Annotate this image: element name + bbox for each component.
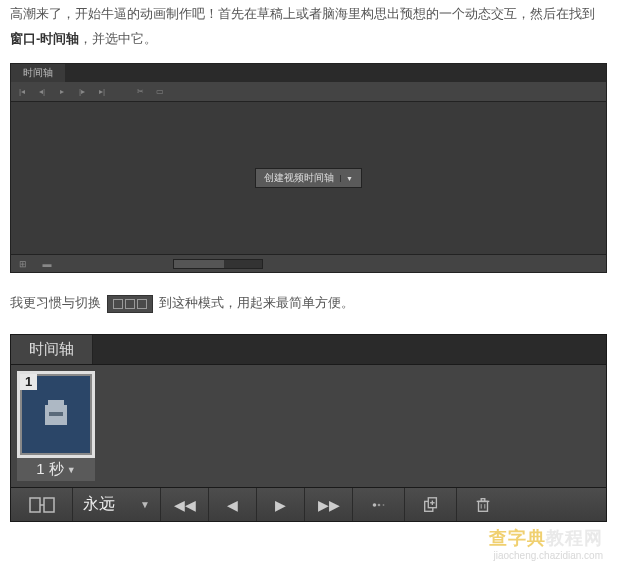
zoom-scrollbar[interactable] <box>173 259 263 269</box>
tween-button[interactable] <box>353 488 405 521</box>
frame-thumbnail[interactable]: 1 <box>17 371 95 458</box>
mid-paragraph: 我更习惯与切换 到这种模式，用起来最简单方便。 <box>10 291 607 316</box>
prev-frame-button[interactable]: ◀ <box>209 488 257 521</box>
svg-rect-12 <box>481 498 485 501</box>
timeline-panel-small: 时间轴 |◂ ◂| ▸ |▸ ▸| ✂ ▭ 创建视频时间轴 ▼ ⊞ ▬ <box>10 63 607 273</box>
mid-part2: 到这种模式，用起来最简单方便。 <box>159 291 354 316</box>
frame-number-badge: 1 <box>20 374 37 390</box>
timeline-panel-large: 时间轴 1 1 秒▼ 永远 ▼ <box>10 334 607 522</box>
prev-frame-icon[interactable]: ◂| <box>35 86 49 98</box>
svg-point-5 <box>382 504 384 506</box>
delete-frame-button[interactable] <box>457 488 509 521</box>
svg-point-4 <box>377 503 380 506</box>
duplicate-frame-button[interactable] <box>405 488 457 521</box>
frame-mode-icon <box>107 295 153 313</box>
controls-bar: 永远 ▼ ◀◀ ◀ ▶ ▶▶ <box>11 487 606 521</box>
small-footer: ⊞ ▬ <box>11 254 606 272</box>
frame-1[interactable]: 1 1 秒▼ <box>17 371 95 481</box>
transition-icon[interactable]: ▭ <box>153 86 167 98</box>
large-timeline-tab[interactable]: 时间轴 <box>11 335 93 364</box>
frames-row: 1 1 秒▼ <box>11 365 606 487</box>
small-toolbar: |◂ ◂| ▸ |▸ ▸| ✂ ▭ <box>11 82 606 102</box>
intro-part2: ，并选中它。 <box>79 31 157 46</box>
create-video-timeline-button[interactable]: 创建视频时间轴 ▼ <box>255 168 362 188</box>
zoom-out-icon[interactable]: ▬ <box>39 258 55 270</box>
intro-part1: 高潮来了，开始牛逼的动画制作吧！首先在草稿上或者脑海里构思出预想的一个动态交互，… <box>10 6 595 21</box>
loop-label: 永远 <box>83 494 115 515</box>
frame-duration-label: 1 秒 <box>36 460 64 479</box>
mode-sq2 <box>125 299 135 309</box>
small-panel-body: 创建视频时间轴 ▼ <box>11 102 606 254</box>
small-tab-bar: 时间轴 <box>11 64 606 82</box>
mode-sq3 <box>137 299 147 309</box>
watermark: 查字典教程网 jiaocheng.chazidian.com <box>489 526 603 561</box>
mode-toggle-icon[interactable]: ⊞ <box>15 258 31 270</box>
intro-bold: 窗口-时间轴 <box>10 31 79 46</box>
intro-paragraph: 高潮来了，开始牛逼的动画制作吧！首先在草稿上或者脑海里构思出预想的一个动态交互，… <box>10 2 607 51</box>
watermark-brand-rest: 教程网 <box>546 528 603 548</box>
mid-part1: 我更习惯与切换 <box>10 291 101 316</box>
svg-rect-1 <box>44 498 54 512</box>
loop-dropdown-icon: ▼ <box>140 499 150 510</box>
large-tab-bar: 时间轴 <box>11 335 606 365</box>
small-timeline-tab[interactable]: 时间轴 <box>11 64 65 82</box>
svg-rect-10 <box>479 501 488 511</box>
play-icon[interactable]: ▸ <box>55 86 69 98</box>
next-frame-button[interactable]: ▶▶ <box>305 488 353 521</box>
next-frame-icon[interactable]: |▸ <box>75 86 89 98</box>
frame-content-icon <box>45 405 67 425</box>
watermark-brand: 查字典教程网 <box>489 526 603 550</box>
zoom-thumb[interactable] <box>174 260 224 268</box>
first-frame-button[interactable]: ◀◀ <box>161 488 209 521</box>
play-button[interactable]: ▶ <box>257 488 305 521</box>
svg-rect-0 <box>30 498 40 512</box>
watermark-url: jiaocheng.chazidian.com <box>489 550 603 561</box>
first-frame-icon[interactable]: |◂ <box>15 86 29 98</box>
frame-duration-button[interactable]: 1 秒▼ <box>17 458 95 481</box>
svg-point-3 <box>372 503 376 507</box>
create-button-label: 创建视频时间轴 <box>264 171 334 185</box>
duration-dropdown-icon: ▼ <box>67 465 76 475</box>
watermark-brand-hl: 查字典 <box>489 528 546 548</box>
last-frame-icon[interactable]: ▸| <box>95 86 109 98</box>
loop-select[interactable]: 永远 ▼ <box>73 488 161 521</box>
dropdown-arrow-icon[interactable]: ▼ <box>340 175 353 182</box>
cut-icon[interactable]: ✂ <box>133 86 147 98</box>
mode-sq1 <box>113 299 123 309</box>
convert-mode-button[interactable] <box>11 488 73 521</box>
